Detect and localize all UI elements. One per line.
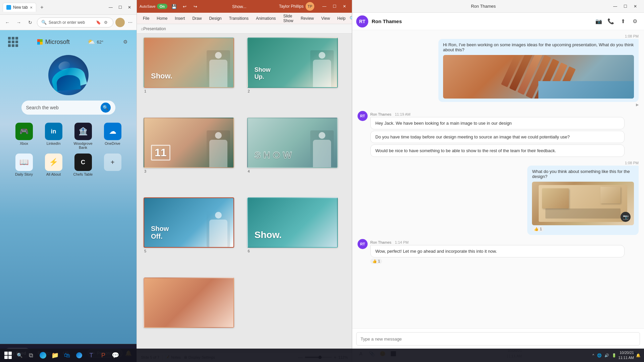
- taskbar-teams-icon[interactable]: T: [86, 350, 97, 361]
- chat-more-icon[interactable]: ⚙: [630, 16, 640, 26]
- app-item-chefs[interactable]: C Chefs Table: [70, 154, 96, 176]
- settings-icon[interactable]: ⚙: [121, 38, 130, 46]
- tray-expand-icon[interactable]: ^: [592, 353, 595, 357]
- app-item-onedrive[interactable]: ☁ OneDrive: [100, 123, 125, 149]
- app-item-dailystory[interactable]: 📖 Daily Story: [11, 154, 37, 176]
- slide-4[interactable]: SHOW: [247, 118, 338, 168]
- minimize-button[interactable]: —: [106, 3, 115, 12]
- extension-icon[interactable]: ⚙: [103, 19, 109, 25]
- dot: [8, 37, 11, 40]
- browser-tab[interactable]: New tab ✕: [3, 3, 36, 12]
- tray-notification-icon[interactable]: 🔔: [635, 353, 641, 358]
- ppt-minimize-button[interactable]: —: [320, 2, 329, 11]
- chat-restore-button[interactable]: ☐: [621, 2, 630, 11]
- more-options-icon[interactable]: ···: [127, 19, 134, 25]
- bookmark-icon[interactable]: 🔖: [96, 19, 102, 25]
- slide-7[interactable]: [144, 278, 234, 328]
- message-input[interactable]: [356, 332, 640, 346]
- chat-close-button[interactable]: ✕: [631, 2, 640, 11]
- refresh-button[interactable]: ↻: [25, 18, 35, 27]
- chat-header: RT Ron Thames 📷 📞 ⬆ ⚙: [352, 13, 644, 30]
- tray-battery-icon[interactable]: 🔋: [611, 353, 617, 358]
- ribbon-design[interactable]: Design: [206, 14, 225, 23]
- tray-volume-icon[interactable]: 🔊: [604, 353, 610, 358]
- app-item-xbox[interactable]: 🎮 Xbox: [11, 123, 37, 149]
- ribbon-help[interactable]: Help: [334, 14, 349, 23]
- slide-2[interactable]: Show Up.: [247, 38, 338, 88]
- taskbar-ppt-icon[interactable]: P: [98, 350, 109, 361]
- ribbon-transitions[interactable]: Transitions: [226, 14, 252, 23]
- app-item-woodgrove[interactable]: 🏦 Woodgrove Bank: [70, 123, 96, 149]
- msg-reaction-1[interactable]: 👍 1: [532, 227, 544, 232]
- taskbar-search-button[interactable]: 🔍: [15, 351, 24, 360]
- ppt-save-icon[interactable]: 💾: [170, 2, 178, 10]
- start-button[interactable]: [3, 350, 13, 361]
- ppt-user-avatar: TP: [306, 2, 314, 11]
- ribbon-view[interactable]: View: [318, 14, 333, 23]
- chat-screenshot-icon[interactable]: 📷: [594, 16, 604, 26]
- slide-1[interactable]: Show.: [144, 38, 234, 88]
- start-icon: [4, 352, 12, 359]
- new-tab-button[interactable]: +: [38, 3, 46, 12]
- chat-window-controls: — ☐ ✕: [610, 2, 640, 11]
- address-bar[interactable]: 🔍 Search or enter web 🔖 ⚙: [37, 17, 113, 27]
- msg-meta-1: Ron Thames 11:19 AM: [370, 111, 625, 117]
- app-item-allabout[interactable]: ⚡ All About: [41, 154, 66, 176]
- ppt-redo-icon[interactable]: ↪: [192, 2, 200, 10]
- autosave-toggle[interactable]: On: [157, 4, 167, 9]
- ribbon-file[interactable]: File: [140, 14, 153, 23]
- ppt-undo-icon[interactable]: ↩: [181, 2, 189, 10]
- slide-3[interactable]: 11: [144, 118, 234, 168]
- app-item-linkedin[interactable]: in LinkedIn: [41, 123, 66, 149]
- tray-network-icon[interactable]: 🌐: [596, 353, 602, 358]
- add-icon: +: [104, 154, 121, 171]
- slide-wrapper-7: [144, 278, 242, 348]
- chat-upload-icon[interactable]: ⬆: [618, 16, 628, 26]
- msg-bubble-2: What do you think about something like t…: [527, 166, 639, 235]
- taskbar-task-view[interactable]: ⧉: [25, 350, 36, 361]
- ribbon-review[interactable]: Review: [297, 14, 317, 23]
- ppt-close-button[interactable]: ✕: [340, 2, 349, 11]
- contact-avatar: RT: [356, 15, 368, 27]
- start-sq: [8, 352, 12, 355]
- taskbar-chat-icon[interactable]: 💬: [110, 350, 121, 361]
- slide-3-number: 3: [144, 169, 146, 173]
- dot: [15, 37, 18, 40]
- taskbar-edge-icon[interactable]: [38, 350, 48, 361]
- back-button[interactable]: ←: [3, 18, 12, 27]
- chat-window-title: Ron Thames: [356, 4, 610, 9]
- ribbon-draw[interactable]: Draw: [189, 14, 205, 23]
- ribbon-slideshow[interactable]: Slide Show: [280, 12, 297, 25]
- restore-button[interactable]: ☐: [116, 3, 124, 12]
- ms-header: Microsoft ⛅ 62° ⚙: [5, 36, 131, 48]
- close-button[interactable]: ✕: [125, 3, 134, 12]
- search-box[interactable]: Search the web 🔍: [21, 101, 115, 115]
- chat-phone-icon[interactable]: 📞: [606, 16, 616, 26]
- chat-header-buttons: 📷 📞 ⬆ ⚙: [594, 16, 640, 26]
- msg-reaction-2[interactable]: 👍 1: [370, 259, 382, 264]
- slide-5[interactable]: Show Off.: [144, 197, 234, 248]
- ribbon-home[interactable]: Home: [153, 14, 171, 23]
- chat-minimize-button[interactable]: —: [610, 2, 620, 11]
- browser-addressbar: ← → ↻ 🔍 Search or enter web 🔖 ⚙ ···: [0, 15, 137, 30]
- msg-avatar-2: RT: [358, 239, 368, 249]
- slide-6[interactable]: Show.: [247, 197, 338, 248]
- address-text: Search or enter web: [49, 20, 94, 25]
- ribbon-animations[interactable]: Animations: [253, 14, 279, 23]
- taskbar-browser-icon[interactable]: [74, 350, 85, 361]
- app-item-add[interactable]: +: [100, 154, 125, 176]
- ribbon-insert[interactable]: Insert: [171, 14, 188, 23]
- forward-button[interactable]: →: [14, 18, 23, 27]
- msg-text-3: What do you think about something like t…: [532, 169, 630, 179]
- tab-close-icon[interactable]: ✕: [30, 6, 33, 9]
- ppt-restore-button[interactable]: ☐: [330, 2, 339, 11]
- profile-avatar[interactable]: [115, 18, 125, 27]
- ms-apps-icon[interactable]: [7, 36, 19, 48]
- read-indicator: ▶: [636, 103, 639, 107]
- msg-text-1: Hi Ron, I've been working on some images…: [443, 42, 634, 52]
- edge-logo: [48, 55, 89, 95]
- taskbar-explorer-icon[interactable]: 📁: [50, 350, 60, 361]
- search-button[interactable]: 🔍: [101, 103, 111, 113]
- taskbar-store-icon[interactable]: 🛍: [62, 350, 72, 361]
- tab-favicon: [6, 5, 11, 10]
